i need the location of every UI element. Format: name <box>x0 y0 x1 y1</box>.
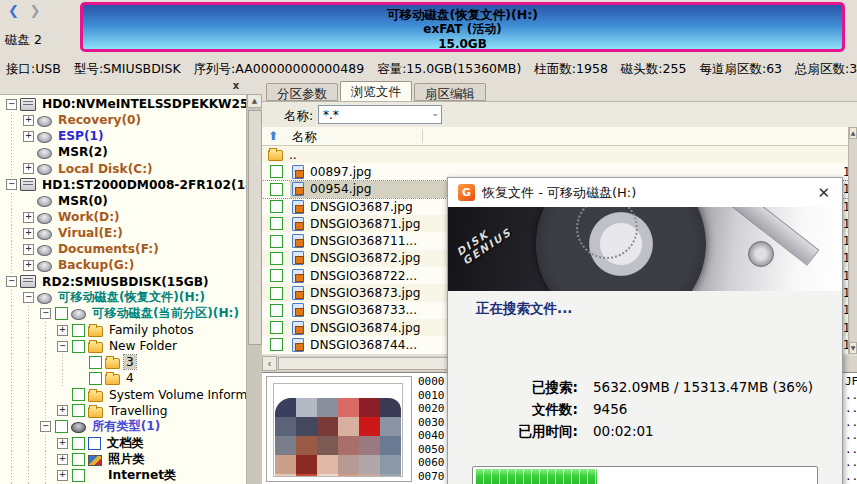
tree-guide-line <box>3 387 20 403</box>
name-column-header[interactable]: 名称 <box>292 129 317 146</box>
tree-item[interactable]: +Virual(E:) <box>0 225 246 241</box>
expand-icon[interactable]: + <box>23 131 34 142</box>
collapse-icon[interactable]: − <box>6 99 17 110</box>
tree-item[interactable]: MSR(2) <box>0 144 246 160</box>
file-checkbox[interactable] <box>270 200 283 213</box>
tree-item[interactable]: −可移动磁盘(恢复文件)(H:) <box>0 290 246 306</box>
scroll-up-icon[interactable]: ▲ <box>849 127 857 139</box>
tree-checkbox[interactable] <box>72 437 85 450</box>
tree-item[interactable]: 3 <box>0 354 246 370</box>
scroll-down-icon[interactable]: ▼ <box>849 342 857 354</box>
tree-checkbox[interactable] <box>89 372 102 385</box>
file-checkbox[interactable] <box>270 321 283 334</box>
tree-checkbox[interactable] <box>72 453 85 466</box>
tree-item[interactable]: +Work(D:) <box>0 209 246 225</box>
folder-icon <box>88 342 103 353</box>
scroll-left-icon[interactable]: ‹ <box>262 356 277 371</box>
preview-panel <box>266 376 412 482</box>
tree-guide-line <box>20 451 37 467</box>
file-name: .. <box>289 148 297 162</box>
collapse-icon[interactable]: − <box>6 179 17 190</box>
collapse-icon[interactable]: − <box>40 308 51 319</box>
tree-item[interactable]: +照片类 <box>0 451 246 467</box>
hscrollbar-thumb[interactable] <box>278 357 448 370</box>
collapse-icon[interactable]: − <box>57 341 68 352</box>
hd-icon <box>20 178 36 191</box>
tab-2[interactable]: 浏览文件 <box>340 81 412 101</box>
close-icon[interactable]: ✕ <box>817 184 830 202</box>
file-name: DNSGIO36873.jpg <box>310 286 420 300</box>
file-checkbox[interactable] <box>270 183 283 196</box>
tree-item[interactable]: System Volume Informat <box>0 387 246 403</box>
forward-arrow-icon[interactable]: ❯ <box>29 3 43 18</box>
tree-checkbox[interactable] <box>55 420 68 433</box>
tree-item[interactable]: −HD0:NVMeINTELSSDPEKKW25(238GB) <box>0 96 246 112</box>
tree-checkbox[interactable] <box>72 388 85 401</box>
tree-item[interactable]: −所有类型(1) <box>0 419 246 435</box>
file-checkbox[interactable] <box>270 235 283 248</box>
expand-icon[interactable]: + <box>57 470 68 481</box>
tree-item[interactable]: +Recovery(0) <box>0 112 246 128</box>
tree-checkbox[interactable] <box>72 469 85 482</box>
jpg-file-icon <box>292 338 304 352</box>
tree-panel-close-icon[interactable]: x <box>230 80 242 92</box>
collapse-icon[interactable]: − <box>40 421 51 432</box>
collapse-icon[interactable]: − <box>6 276 17 287</box>
file-checkbox[interactable] <box>270 304 283 317</box>
tree-item[interactable]: +Internet类 <box>0 467 246 483</box>
tree-item[interactable]: +Backup(G:) <box>0 257 246 273</box>
tree-item[interactable]: +Family photos <box>0 322 246 338</box>
tree-scrollbar-thumb[interactable] <box>248 110 262 345</box>
collapse-icon[interactable]: − <box>23 292 34 303</box>
scroll-up-icon[interactable]: ▲ <box>247 94 262 108</box>
filename-filter-combobox[interactable]: *.* ⌄ <box>318 105 442 124</box>
tree-checkbox[interactable] <box>55 307 68 320</box>
disk-info-bar: 接口:USB型号:SMIUSBDISK序列号:AA00000000000489容… <box>0 55 857 80</box>
file-checkbox[interactable] <box>270 217 283 230</box>
dialog-title-bar[interactable]: G 恢复文件 - 可移动磁盘(H:) ✕ <box>448 178 842 207</box>
tree-checkbox[interactable] <box>89 356 102 369</box>
expand-icon[interactable]: + <box>23 163 34 174</box>
file-list-vscrollbar[interactable]: ▲ ▼ <box>848 127 857 354</box>
tree-item[interactable]: −可移动磁盘(当前分区)(H:) <box>0 306 246 322</box>
expand-icon[interactable]: + <box>57 325 68 336</box>
tree-item[interactable]: −New Folder <box>0 338 246 354</box>
file-checkbox[interactable] <box>270 338 283 351</box>
file-checkbox[interactable] <box>270 269 283 282</box>
tree-item[interactable]: −HD1:ST2000DM008-2FR102(1863GB) <box>0 177 246 193</box>
file-checkbox[interactable] <box>270 252 283 265</box>
file-list-header[interactable]: ⬆ 名称 <box>262 127 857 146</box>
tab-1[interactable]: 分区参数 <box>266 83 338 101</box>
expand-icon[interactable]: + <box>23 212 34 223</box>
tree-checkbox[interactable] <box>72 340 85 353</box>
chevron-down-icon[interactable]: ⌄ <box>431 108 439 118</box>
tree-item[interactable]: MSR(0) <box>0 193 246 209</box>
expand-icon[interactable]: + <box>57 454 68 465</box>
tree-item[interactable]: +ESP(1) <box>0 128 246 144</box>
column-divider[interactable] <box>422 129 423 143</box>
tree-item[interactable]: +文档类 <box>0 435 246 451</box>
tree-item[interactable]: −RD2:SMIUSBDISK(15GB) <box>0 274 246 290</box>
folder-up-icon <box>268 150 283 161</box>
expand-icon[interactable]: + <box>57 438 68 449</box>
tree-item[interactable]: 4 <box>0 370 246 386</box>
tree-scrollbar[interactable]: ▲ <box>246 94 262 484</box>
jpg-file-icon <box>292 303 304 317</box>
back-arrow-icon[interactable]: ❮ <box>8 3 22 18</box>
tree-item[interactable]: +Local Disk(C:) <box>0 161 246 177</box>
expand-icon[interactable]: + <box>23 115 34 126</box>
file-checkbox[interactable] <box>270 287 283 300</box>
expand-icon[interactable]: + <box>23 244 34 255</box>
partition-banner[interactable]: 可移动磁盘(恢复文件)(H:) exFAT (活动) 15.0GB <box>80 2 845 52</box>
tree-item[interactable]: +Travelling <box>0 403 246 419</box>
jpg-file-icon <box>292 286 304 300</box>
expand-icon[interactable]: + <box>23 228 34 239</box>
tree-checkbox[interactable] <box>72 404 85 417</box>
expand-icon[interactable]: + <box>57 405 68 416</box>
tab-3[interactable]: 扇区编辑 <box>414 83 486 101</box>
file-row[interactable]: .. <box>262 146 857 163</box>
tree-item[interactable]: +Documents(F:) <box>0 241 246 257</box>
tree-checkbox[interactable] <box>72 324 85 337</box>
expand-icon[interactable]: + <box>23 260 34 271</box>
file-checkbox[interactable] <box>270 165 283 178</box>
